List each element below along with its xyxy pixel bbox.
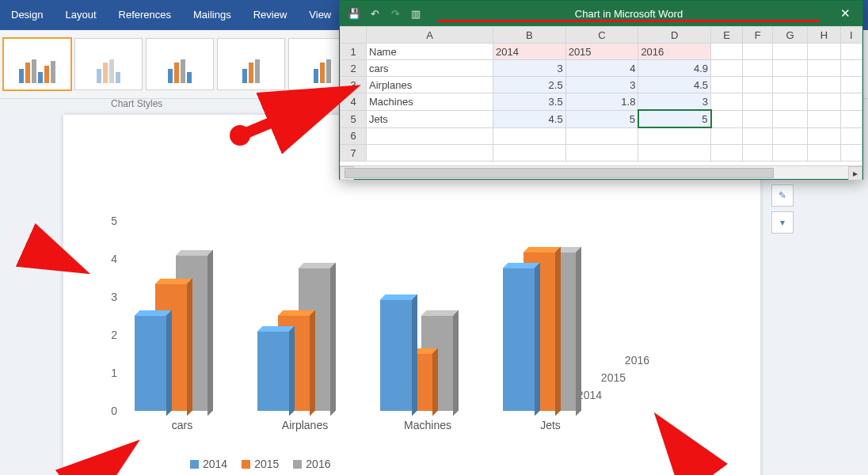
cell-C7[interactable] — [565, 145, 638, 162]
scroll-right-icon[interactable]: ▸ — [848, 166, 862, 180]
cell-F7[interactable] — [743, 145, 773, 162]
row-header-1[interactable]: 1 — [341, 44, 367, 60]
cell-F1[interactable] — [743, 44, 773, 60]
row-header-2[interactable]: 2 — [341, 60, 367, 77]
undo-icon[interactable]: ↶ — [368, 7, 381, 20]
cell-G6[interactable] — [773, 127, 808, 145]
scroll-thumb[interactable] — [345, 168, 774, 178]
excel-horizontal-scrollbar[interactable]: ◂ ▸ — [340, 165, 862, 179]
col-header-H[interactable]: H — [807, 27, 840, 44]
chart-style-thumb[interactable] — [146, 38, 214, 90]
cell-A1[interactable]: Name — [367, 44, 493, 60]
select-all-cell[interactable] — [341, 27, 367, 44]
ribbon-tab-mailings[interactable]: Mailings — [182, 5, 242, 30]
cell-H1[interactable] — [807, 44, 840, 60]
redo-icon[interactable]: ↷ — [389, 7, 402, 20]
excel-grid[interactable]: ABCDEFGHI1Name2014201520162cars344.93Air… — [340, 26, 862, 162]
cell-E2[interactable] — [711, 60, 743, 77]
cell-F2[interactable] — [743, 60, 773, 77]
cell-C1[interactable]: 2015 — [565, 44, 638, 60]
cell-F6[interactable] — [743, 127, 773, 145]
col-header-F[interactable]: F — [743, 27, 773, 44]
bar-2014-jets[interactable] — [503, 268, 535, 411]
ribbon-tab-view[interactable]: View — [298, 5, 342, 30]
cell-I4[interactable] — [840, 93, 862, 111]
cell-I5[interactable] — [840, 110, 862, 127]
col-header-I[interactable]: I — [840, 27, 862, 44]
cell-F3[interactable] — [743, 77, 773, 93]
ribbon-tab-references[interactable]: References — [108, 5, 182, 30]
cell-H3[interactable] — [807, 77, 840, 93]
cell-H7[interactable] — [807, 145, 840, 162]
col-header-C[interactable]: C — [565, 27, 638, 44]
row-header-3[interactable]: 3 — [341, 77, 367, 93]
cell-C2[interactable]: 4 — [565, 60, 638, 77]
cell-G4[interactable] — [773, 93, 808, 111]
cell-A4[interactable]: Machines — [367, 93, 493, 111]
cell-C6[interactable] — [565, 127, 638, 145]
row-header-5[interactable]: 5 — [341, 110, 367, 127]
cell-E7[interactable] — [711, 145, 743, 162]
cell-E4[interactable] — [711, 93, 743, 111]
cell-A3[interactable]: Airplanes — [367, 77, 493, 93]
cell-E5[interactable] — [711, 110, 743, 127]
cell-F4[interactable] — [743, 93, 773, 111]
save-icon[interactable]: 💾 — [348, 7, 360, 20]
cell-D4[interactable]: 3 — [638, 93, 711, 111]
row-header-7[interactable]: 7 — [341, 145, 367, 162]
chart-data-window[interactable]: 💾 ↶ ↷ ▥ Chart in Microsoft Word ✕ ABCDEF… — [339, 0, 863, 180]
cell-G2[interactable] — [773, 60, 808, 77]
col-header-B[interactable]: B — [493, 27, 565, 44]
cell-A6[interactable] — [367, 127, 493, 145]
cell-A2[interactable]: cars — [367, 60, 493, 77]
cell-I2[interactable] — [840, 60, 862, 77]
cell-C5[interactable]: 5 — [565, 110, 638, 127]
ribbon-tab-layout[interactable]: Layout — [54, 5, 107, 30]
cell-A7[interactable] — [367, 145, 493, 162]
cell-H2[interactable] — [807, 60, 840, 77]
col-header-E[interactable]: E — [711, 27, 743, 44]
cell-E3[interactable] — [711, 77, 743, 93]
cell-D7[interactable] — [638, 145, 711, 162]
cell-H4[interactable] — [807, 93, 840, 111]
cell-B7[interactable] — [493, 145, 565, 162]
cell-B2[interactable]: 3 — [493, 60, 565, 77]
cell-G1[interactable] — [773, 44, 808, 60]
cell-D6[interactable] — [638, 127, 711, 145]
bar-2014-machines[interactable] — [380, 300, 412, 411]
ribbon-tab-design[interactable]: Design — [0, 5, 54, 30]
cell-I7[interactable] — [840, 145, 862, 162]
row-header-6[interactable]: 6 — [341, 127, 367, 145]
col-header-G[interactable]: G — [773, 27, 808, 44]
cell-C4[interactable]: 1.8 — [565, 93, 638, 111]
cell-B3[interactable]: 2.5 — [493, 77, 565, 93]
cell-A5[interactable]: Jets — [367, 110, 493, 127]
cell-B6[interactable] — [493, 127, 565, 145]
cell-D2[interactable]: 4.9 — [638, 60, 711, 77]
cell-E6[interactable] — [711, 127, 743, 145]
cell-B4[interactable]: 3.5 — [493, 93, 565, 111]
cell-C3[interactable]: 3 — [565, 77, 638, 93]
cell-G7[interactable] — [773, 145, 808, 162]
chart-3d-clustered-column[interactable]: 012345 carsAirplanesMachinesJets 2016 20… — [87, 164, 673, 449]
cell-E1[interactable] — [711, 44, 743, 60]
chart-format-button[interactable]: ✎ — [771, 184, 794, 207]
chart-filter-button[interactable]: ▾ — [771, 211, 794, 234]
cell-I1[interactable] — [840, 44, 862, 60]
cell-H5[interactable] — [807, 110, 840, 127]
chart-style-thumb[interactable] — [74, 38, 143, 90]
cell-D3[interactable]: 4.5 — [638, 77, 711, 93]
chart-icon[interactable]: ▥ — [409, 7, 422, 20]
bar-2014-airplanes[interactable] — [257, 332, 289, 411]
chart-style-thumb[interactable] — [3, 38, 71, 90]
cell-H6[interactable] — [807, 127, 840, 145]
col-header-D[interactable]: D — [638, 27, 711, 44]
cell-I6[interactable] — [840, 127, 862, 145]
cell-D5[interactable]: 5 — [638, 110, 711, 127]
cell-G3[interactable] — [773, 77, 808, 93]
chart-style-thumb[interactable] — [217, 38, 285, 90]
cell-F5[interactable] — [743, 110, 773, 127]
cell-B5[interactable]: 4.5 — [493, 110, 565, 127]
ribbon-tab-review[interactable]: Review — [242, 5, 299, 30]
cell-I3[interactable] — [840, 77, 862, 93]
